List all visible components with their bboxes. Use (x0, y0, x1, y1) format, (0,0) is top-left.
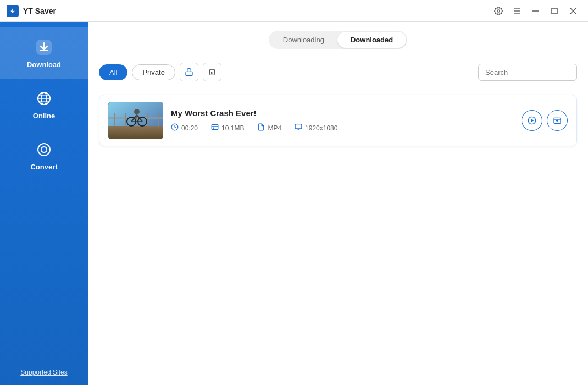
main-content: Downloading Downloaded All Private (88, 22, 588, 385)
maximize-button[interactable] (546, 4, 563, 18)
app-icon (7, 5, 19, 17)
meta-resolution: 1920x1080 (295, 123, 337, 133)
download-icon (34, 37, 54, 57)
tab-bar: Downloading Downloaded (88, 22, 588, 56)
lock-button[interactable] (180, 63, 198, 81)
svg-rect-19 (108, 126, 163, 139)
svg-rect-17 (186, 72, 192, 75)
toolbar: All Private (88, 56, 588, 88)
svg-rect-34 (212, 124, 218, 129)
settings-button[interactable] (490, 4, 507, 18)
tab-pill: Downloading Downloaded (269, 31, 407, 49)
app-title: YT Saver (23, 7, 56, 15)
sidebar-online-label: Online (33, 112, 55, 120)
convert-icon (34, 140, 54, 160)
svg-rect-37 (295, 124, 302, 129)
sidebar: Download Online (0, 22, 88, 385)
svg-rect-22 (125, 113, 126, 126)
storage-icon (211, 123, 219, 133)
delete-button[interactable] (203, 63, 221, 81)
svg-rect-24 (147, 113, 148, 126)
sidebar-convert-label: Convert (30, 163, 57, 171)
app-layout: Download Online (0, 22, 588, 385)
file-icon (257, 123, 265, 133)
filesize-value: 10.1MB (221, 124, 244, 132)
svg-point-16 (38, 144, 50, 156)
svg-point-31 (134, 109, 140, 114)
title-bar-controls (490, 4, 581, 18)
svg-rect-6 (552, 8, 557, 14)
meta-format: MP4 (257, 123, 281, 133)
svg-point-36 (213, 128, 214, 128)
close-button[interactable] (565, 4, 581, 18)
title-bar: YT Saver (0, 0, 588, 22)
menu-button[interactable] (509, 4, 525, 18)
video-meta: 00:20 10.1MB (171, 123, 514, 133)
clock-icon (171, 123, 179, 133)
video-title: My Worst Crash Ever! (171, 108, 514, 118)
meta-filesize: 10.1MB (211, 123, 244, 133)
title-bar-left: YT Saver (7, 5, 56, 17)
sidebar-item-download[interactable]: Download (0, 28, 88, 79)
sidebar-item-online[interactable]: Online (0, 79, 88, 130)
supported-sites-link[interactable]: Supported Sites (20, 360, 67, 385)
video-info: My Worst Crash Ever! 00:20 (171, 108, 514, 133)
video-list: My Worst Crash Ever! 00:20 (88, 88, 588, 385)
filter-private-button[interactable]: Private (132, 64, 175, 80)
duration-value: 00:20 (181, 124, 198, 132)
sidebar-download-label: Download (27, 61, 61, 69)
filter-all-button[interactable]: All (99, 64, 127, 80)
sidebar-item-convert[interactable]: Convert (0, 130, 88, 181)
video-item: My Worst Crash Ever! 00:20 (99, 95, 577, 146)
monitor-icon (295, 123, 302, 133)
play-button[interactable] (522, 110, 542, 131)
video-thumbnail (108, 102, 163, 139)
video-actions (522, 110, 568, 131)
resolution-value: 1920x1080 (305, 124, 337, 132)
svg-point-1 (497, 10, 500, 12)
meta-duration: 00:20 (171, 123, 198, 133)
svg-rect-21 (114, 113, 115, 126)
tab-downloading[interactable]: Downloading (270, 32, 337, 48)
search-input[interactable] (478, 64, 577, 81)
folder-button[interactable] (547, 110, 568, 131)
tab-downloaded[interactable]: Downloaded (337, 32, 406, 48)
format-value: MP4 (268, 124, 281, 132)
svg-marker-41 (531, 119, 534, 122)
minimize-button[interactable] (528, 4, 544, 18)
svg-rect-25 (158, 113, 159, 126)
online-icon (34, 89, 54, 108)
